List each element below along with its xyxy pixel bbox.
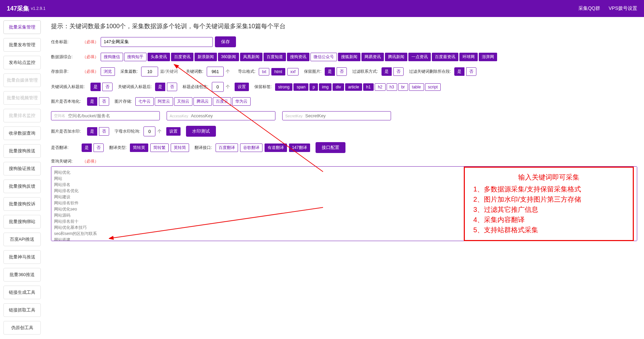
keep-image-yes[interactable]: 是 xyxy=(325,67,335,76)
kw-before-no[interactable]: 否 xyxy=(102,83,113,91)
translate-config-button[interactable]: 接口配置 xyxy=(316,142,345,153)
translate-type-1[interactable]: 简转繁 xyxy=(150,143,169,152)
kw-before-yes[interactable]: 是 xyxy=(90,83,101,91)
sidebar-item-11[interactable]: 批量搜狗绑站 xyxy=(3,215,41,228)
source-tag-4[interactable]: 新浪新闻 xyxy=(194,53,217,61)
filter-kw-del-yes[interactable]: 是 xyxy=(454,67,464,76)
sidebar-item-6[interactable]: 收录数据查询 xyxy=(3,126,41,140)
source-tag-13[interactable]: 一点资讯 xyxy=(408,53,431,61)
translate-type-0[interactable]: 简转英 xyxy=(130,143,148,152)
watermark-yes[interactable]: 是 xyxy=(87,127,97,136)
translate-yes[interactable]: 是 xyxy=(82,143,92,152)
source-tag-6[interactable]: 凤凰新闻 xyxy=(240,53,262,61)
cloud-store-1[interactable]: 阿里云 xyxy=(155,97,173,106)
keep-tag-h3[interactable]: h3 xyxy=(387,83,397,91)
watermark-alpha-input[interactable] xyxy=(143,126,155,136)
source-tag-14[interactable]: 百度最资讯 xyxy=(432,53,458,61)
cloud-store-3[interactable]: 腾讯云 xyxy=(193,97,212,106)
collect-count-input[interactable] xyxy=(141,67,158,77)
kw-insert-before-label: 关键词插入标题前: xyxy=(51,84,88,90)
keep-tag-table[interactable]: table xyxy=(409,83,424,91)
img-local-no[interactable]: 否 xyxy=(99,97,109,106)
task-title-required: （必填） xyxy=(82,39,99,45)
source-tag-7[interactable]: 百度知道 xyxy=(264,53,286,61)
format-txt[interactable]: txt xyxy=(259,68,269,75)
img-store-label: 图片存储: xyxy=(115,99,132,104)
keep-tag-div[interactable]: div xyxy=(333,83,344,91)
format-html[interactable]: html xyxy=(271,68,285,75)
main-content: 提示：关键词数最多1000个，采集数据源多个轮训，每个关键词最多采集10篇每个平… xyxy=(44,17,644,339)
source-tag-16[interactable]: 澎湃网 xyxy=(479,53,497,61)
sidebar-item-16[interactable]: 链接抓取工具 xyxy=(3,303,41,317)
sidebar-item-2[interactable]: 发布站点监控 xyxy=(3,56,41,69)
format-xxf[interactable]: xxf xyxy=(287,68,299,75)
keep-tag-img[interactable]: img xyxy=(319,83,332,91)
source-tag-2[interactable]: 头条资讯 xyxy=(148,53,170,61)
sidebar-item-1[interactable]: 批量发布管理 xyxy=(3,38,41,52)
source-tag-1[interactable]: 搜狗知乎 xyxy=(124,53,147,61)
source-tag-9[interactable]: 微信公众号 xyxy=(310,53,337,61)
filter-kw-del-no[interactable]: 否 xyxy=(466,67,476,76)
sidebar-item-13[interactable]: 批量神马推送 xyxy=(3,250,41,264)
query-kw-label: 查询关键词: xyxy=(51,158,80,164)
translate-api-0[interactable]: 百度翻译 xyxy=(216,143,238,152)
keep-tag-strong[interactable]: strong xyxy=(275,83,292,91)
keep-tag-h1[interactable]: h1 xyxy=(363,83,374,91)
cloud-store-5[interactable]: 华为云 xyxy=(232,97,251,106)
translate-api-2[interactable]: 有道翻译 xyxy=(265,143,287,152)
annotation-line-5: 5、支持站群格式采集 xyxy=(473,225,624,235)
cloud-space-input[interactable] xyxy=(68,113,157,118)
source-tag-0[interactable]: 搜狗微信 xyxy=(101,53,123,61)
storage-label: 存放目录: xyxy=(51,69,80,74)
keep-tag-span[interactable]: span xyxy=(293,83,308,91)
browse-button[interactable]: 浏览 xyxy=(101,67,115,76)
source-tag-12[interactable]: 腾讯新闻 xyxy=(385,53,407,61)
sidebar-item-14[interactable]: 批量360推送 xyxy=(3,268,41,282)
kw-after-no[interactable]: 否 xyxy=(167,83,177,91)
filter-contact-yes[interactable]: 是 xyxy=(382,67,392,76)
source-tag-5[interactable]: 360新闻 xyxy=(218,53,239,61)
sidebar-item-7[interactable]: 批量搜狗推送 xyxy=(3,144,41,158)
cloud-store-2[interactable]: 又拍云 xyxy=(174,97,192,106)
sidebar-item-0[interactable]: 批量采集管理 xyxy=(3,20,41,34)
kw-after-yes[interactable]: 是 xyxy=(155,83,165,91)
watermark-alpha-set[interactable]: 设置 xyxy=(166,127,181,136)
link-qq-group[interactable]: 采集QQ群 xyxy=(578,5,600,12)
source-tag-11[interactable]: 网易资讯 xyxy=(361,53,384,61)
title-must-input[interactable] xyxy=(212,82,224,92)
source-tag-3[interactable]: 百度资讯 xyxy=(171,53,193,61)
source-tag-15[interactable]: 环球网 xyxy=(459,53,478,61)
save-button[interactable]: 保存 xyxy=(215,36,236,47)
sidebar-item-8[interactable]: 搜狗验证推送 xyxy=(3,162,41,175)
keep-image-no[interactable]: 否 xyxy=(337,67,347,76)
keep-tag-article[interactable]: article xyxy=(345,83,362,91)
sidebar-item-9[interactable]: 批量搜狗反馈 xyxy=(3,180,41,193)
keep-tag-h2[interactable]: h2 xyxy=(375,83,385,91)
app-header: 147采集 v1.2.9.1 采集QQ群 VPS拨号设置 xyxy=(0,0,644,17)
watermark-no[interactable]: 否 xyxy=(99,127,109,136)
cloud-ak-input[interactable] xyxy=(191,113,272,118)
source-tag-10[interactable]: 搜狐新闻 xyxy=(338,53,360,61)
filter-contact-no[interactable]: 否 xyxy=(393,67,404,76)
keep-tag-script[interactable]: script xyxy=(425,83,441,91)
sidebar-item-15[interactable]: 链接生成工具 xyxy=(3,286,41,299)
cloud-sk-input[interactable] xyxy=(305,113,388,118)
cloud-store-4[interactable]: 百度云 xyxy=(213,97,231,106)
link-vps-settings[interactable]: VPS拨号设置 xyxy=(609,5,637,12)
sidebar-item-10[interactable]: 批量搜狗投诉 xyxy=(3,197,41,211)
translate-api-1[interactable]: 谷歌翻译 xyxy=(240,143,262,152)
translate-no[interactable]: 否 xyxy=(94,143,104,152)
keep-tag-br[interactable]: br xyxy=(398,83,408,91)
source-tag-8[interactable]: 搜狗资讯 xyxy=(287,53,309,61)
watermark-test-button[interactable]: 水印测试 xyxy=(186,126,216,137)
keyword-count-input[interactable] xyxy=(207,67,224,77)
sidebar-item-12[interactable]: 百度API推送 xyxy=(3,233,41,246)
img-local-yes[interactable]: 是 xyxy=(87,97,97,106)
sidebar-item-17[interactable]: 伪原创工具 xyxy=(3,321,41,335)
task-title-input[interactable] xyxy=(101,37,213,47)
keep-tag-p[interactable]: p xyxy=(309,83,318,91)
translate-type-2[interactable]: 英转简 xyxy=(171,143,189,152)
cloud-store-0[interactable]: 七牛云 xyxy=(135,97,154,106)
translate-api-3[interactable]: 147翻译 xyxy=(289,143,310,152)
title-must-set-button[interactable]: 设置 xyxy=(235,83,249,91)
